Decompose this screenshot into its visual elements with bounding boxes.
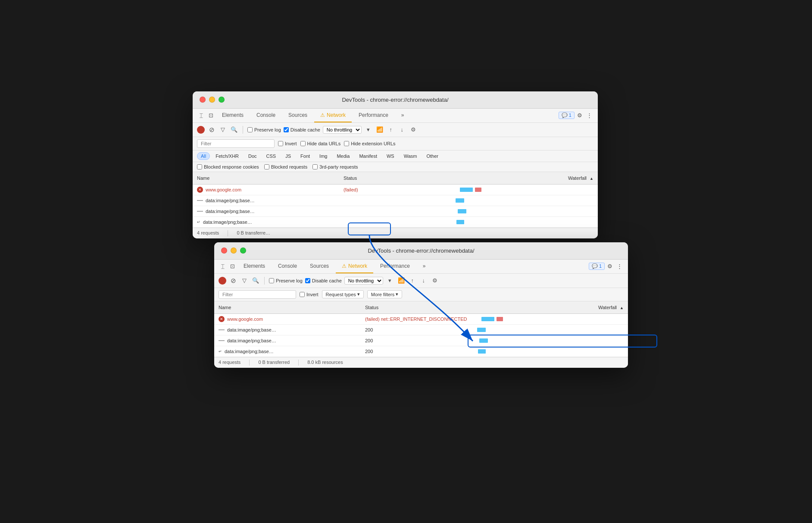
settings-icon-back[interactable]: ⚙ [575,111,584,120]
type-manifest-back[interactable]: Manifest [355,152,381,160]
tab-performance-back[interactable]: Performance [353,109,394,122]
invert-checkbox-front[interactable] [300,292,305,297]
status-bar-front: 4 requests 0 B transferred 8.0 kB resour… [214,357,628,368]
record-button-back[interactable] [197,126,205,134]
cursor-icon-back[interactable]: ⌶ [197,111,206,120]
blocked-cookies-checkbox-back[interactable] [197,164,202,169]
third-party-label-back[interactable]: 3rd-party requests [312,164,358,169]
type-all-back[interactable]: All [197,152,210,160]
settings2-icon-front[interactable]: ⚙ [431,276,439,285]
throttle-arrow-front[interactable]: ▾ [386,276,394,285]
filter-icon-front[interactable]: ▽ [240,276,249,285]
type-js-back[interactable]: JS [281,152,295,160]
disable-cache-label-back[interactable]: Disable cache [284,127,320,132]
type-ws-back[interactable]: WS [383,152,398,160]
tab-network-front[interactable]: ⚠ Network [336,260,373,273]
type-fetch-back[interactable]: Fetch/XHR [212,152,243,160]
invert-label-front[interactable]: Invert [300,292,319,297]
disable-cache-label-front[interactable]: Disable cache [305,278,342,283]
table-row-3-back[interactable]: data:image/png;base… [193,206,598,217]
table-row-3-front[interactable]: data:image/png;base… 200 [214,335,628,346]
clear-button-back[interactable]: ⊘ [207,125,216,134]
table-row-4-front[interactable]: ↵ data:image/png;base… 200 [214,346,628,357]
search-icon-back[interactable]: 🔍 [230,125,238,134]
type-wasm-back[interactable]: Wasm [400,152,421,160]
row-waterfall-4-back [451,217,598,227]
close-button-front[interactable] [221,247,227,254]
throttle-select-back[interactable]: No throttling [323,126,362,134]
type-doc-back[interactable]: Doc [244,152,261,160]
table-row-2-back[interactable]: data:image/png;base… [193,195,598,206]
tab-sources-front[interactable]: Sources [304,260,335,273]
hide-ext-label-back[interactable]: Hide extension URLs [344,141,395,146]
clear-button-front[interactable]: ⊘ [229,276,237,285]
preserve-log-checkbox-front[interactable] [269,278,274,283]
record-button-front[interactable] [219,277,226,285]
disable-cache-checkbox-back[interactable] [284,127,289,132]
settings2-icon-back[interactable]: ⚙ [409,125,418,134]
wifi-icon-front[interactable]: 📶 [397,276,406,285]
traffic-lights-front [221,247,246,254]
preserve-log-label-back[interactable]: Preserve log [247,127,281,132]
tab-console-front[interactable]: Console [272,260,303,273]
blocked-cookies-label-back[interactable]: Blocked response cookies [197,164,259,169]
minimize-button-front[interactable] [231,247,237,254]
type-font-back[interactable]: Font [297,152,314,160]
download-icon-back[interactable]: ↓ [398,125,406,134]
more-filters-button-front[interactable]: More filters ▾ [367,290,402,298]
settings-icon-front[interactable]: ⚙ [606,262,614,271]
tab-elements-front[interactable]: Elements [237,260,271,273]
filter-icon-back[interactable]: ▽ [219,125,227,134]
type-media-back[interactable]: Media [333,152,353,160]
messages-button-back[interactable]: 💬 1 [559,112,575,119]
invert-label-back[interactable]: Invert [278,141,297,146]
close-button-back[interactable] [200,97,206,103]
hide-data-checkbox-back[interactable] [300,141,306,146]
invert-checkbox-back[interactable] [278,141,283,146]
search-icon-front[interactable]: 🔍 [251,276,260,285]
maximize-button-back[interactable] [219,97,225,103]
throttle-arrow-back[interactable]: ▾ [364,125,373,134]
type-css-back[interactable]: CSS [262,152,280,160]
device-icon-back[interactable]: ⊡ [206,111,215,120]
messages-button-front[interactable]: 💬 1 [589,263,605,270]
request-types-button-front[interactable]: Request types ▾ [322,290,364,298]
more-icon-back[interactable]: ⋮ [585,111,593,120]
hide-data-label-back[interactable]: Hide data URLs [300,141,341,146]
upload-icon-front[interactable]: ↑ [408,276,417,285]
maximize-button-front[interactable] [240,247,246,254]
tab-performance-front[interactable]: Performance [374,260,416,273]
hide-ext-checkbox-back[interactable] [344,141,349,146]
table-row-1-back[interactable]: ✕ www.google.com (failed) [193,185,598,195]
minimize-button-back[interactable] [209,97,215,103]
blocked-requests-checkbox-back[interactable] [264,164,269,169]
disable-cache-checkbox-front[interactable] [305,278,310,283]
table-row-2-front[interactable]: data:image/png;base… 200 [214,325,628,335]
wifi-icon-back[interactable]: 📶 [375,125,384,134]
row-name-2-back: data:image/png;base… [193,196,339,205]
type-other-back[interactable]: Other [422,152,442,160]
more-icon-front[interactable]: ⋮ [615,262,624,271]
tab-more-back[interactable]: » [395,109,410,122]
cursor-icon-front[interactable]: ⌶ [219,262,227,271]
blocked-requests-label-back[interactable]: Blocked requests [264,164,307,169]
throttle-select-front[interactable]: No throttling [344,277,383,285]
type-img-back[interactable]: Img [315,152,331,160]
status-bar-back: 4 requests 0 B transferre… [193,228,598,238]
tab-more-front[interactable]: » [417,260,432,273]
filter-input-back[interactable] [197,139,275,148]
table-row-1-front[interactable]: ✕ www.google.com (failed) net::ERR_INTER… [214,314,628,325]
filter-input-front[interactable] [219,290,296,299]
preserve-log-checkbox-back[interactable] [247,127,253,132]
tab-elements-back[interactable]: Elements [216,109,250,122]
tab-console-back[interactable]: Console [250,109,281,122]
window-title-front: DevTools - chrome-error://chromewebdata/ [368,247,474,254]
device-icon-front[interactable]: ⊡ [228,262,237,271]
third-party-checkbox-back[interactable] [312,164,318,169]
table-row-4-back[interactable]: ↵ data:image/png;base… [193,217,598,228]
download-icon-front[interactable]: ↓ [419,276,428,285]
tab-network-back[interactable]: ⚠ Network [314,109,352,122]
upload-icon-back[interactable]: ↑ [387,125,395,134]
preserve-log-label-front[interactable]: Preserve log [269,278,303,283]
tab-sources-back[interactable]: Sources [282,109,313,122]
